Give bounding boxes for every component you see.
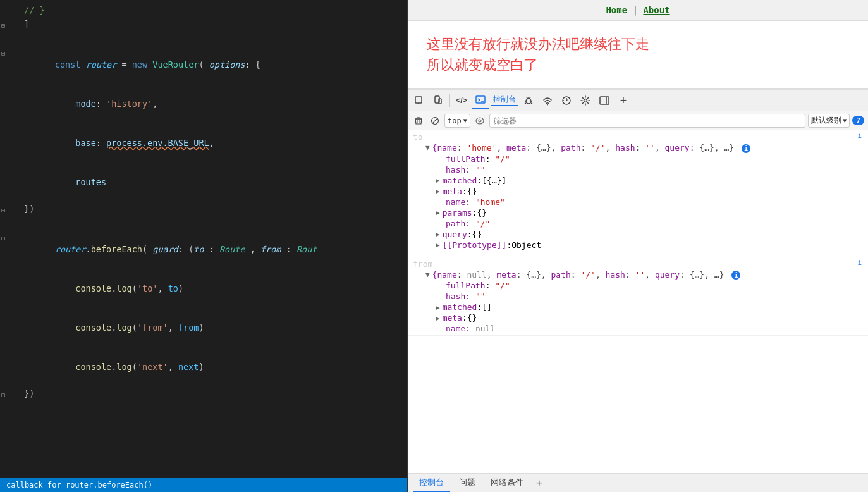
- preview-key5: query: [655, 270, 680, 280]
- line-content: routes: [19, 163, 407, 201]
- eye-btn[interactable]: [473, 114, 487, 128]
- expand-matched-from[interactable]: [436, 303, 440, 312]
- svg-line-16: [531, 103, 532, 104]
- preview-key5: query: [665, 143, 690, 152]
- colon: :: [462, 187, 467, 196]
- console-output: i to {name: 'home', meta: {…}, path: '/'…: [408, 130, 868, 473]
- colon: :: [472, 208, 477, 218]
- preview-key2: meta: [496, 270, 516, 280]
- val-fullpath: "/": [495, 281, 510, 290]
- line-content: }): [19, 202, 407, 215]
- add-tab-btn[interactable]: +: [532, 476, 546, 490]
- console-tab-label[interactable]: 控制台: [491, 94, 518, 106]
- performance-btn[interactable]: [558, 92, 575, 109]
- sources-btn[interactable]: [520, 92, 537, 109]
- svg-point-4: [437, 101, 438, 102]
- svg-rect-0: [415, 97, 422, 103]
- expand-meta-from[interactable]: [436, 314, 440, 323]
- ban-icon: [431, 116, 439, 125]
- code-token: log: [116, 323, 131, 333]
- prop-fullpath: fullPath: "/": [413, 154, 863, 164]
- editor-line: // }: [0, 3, 407, 17]
- colon: :: [486, 154, 496, 164]
- code-token: ): [178, 283, 183, 293]
- expand-proto[interactable]: [436, 240, 440, 249]
- page-content: 这里没有放行就没办法吧继续往下走 所以就变成空白了: [408, 21, 868, 89]
- expand-to[interactable]: [425, 143, 430, 152]
- code-token: (: [132, 283, 137, 293]
- info-icon-to[interactable]: i: [742, 144, 750, 153]
- colon: :: [467, 230, 472, 239]
- key-hash: hash: [446, 292, 465, 301]
- val-fullpath: "/": [495, 154, 510, 164]
- code-token: [55, 138, 76, 148]
- prop-path: path: "/": [413, 218, 863, 229]
- settings-btn[interactable]: [577, 92, 594, 109]
- context-selector[interactable]: top ▼: [444, 114, 470, 128]
- code-token: [55, 362, 76, 372]
- tab-network-conditions[interactable]: 网络条件: [484, 474, 530, 492]
- fold-arrow[interactable]: ⊟: [1, 232, 5, 245]
- code-token: (: [142, 244, 152, 254]
- colon: :: [465, 165, 475, 175]
- preview-key2: meta: [506, 143, 526, 152]
- info-icon-from[interactable]: i: [731, 271, 740, 280]
- fold-arrow[interactable]: ⊟: [1, 204, 5, 217]
- line-content: ]: [19, 18, 407, 30]
- fold-arrow[interactable]: ⊟: [1, 389, 5, 402]
- val-meta: {}: [467, 187, 477, 196]
- inspect-element-btn[interactable]: [410, 92, 428, 109]
- key-fullpath: fullPath: [446, 154, 486, 164]
- ban-btn[interactable]: [428, 114, 442, 128]
- devtools-panel: Home | About 这里没有放行就没办法吧继续往下走 所以就变成空白了 <…: [408, 0, 868, 492]
- svg-point-9: [526, 99, 531, 104]
- object-preview-from: {name: null, meta: {…}, path: '/', hash:…: [432, 270, 741, 280]
- expand-from[interactable]: [425, 270, 430, 279]
- line-ref-to[interactable]: i: [857, 132, 862, 140]
- key-hash: hash: [446, 165, 465, 175]
- about-link[interactable]: About: [643, 5, 669, 15]
- network-btn[interactable]: [539, 92, 556, 109]
- fold-arrow[interactable]: ⊟: [1, 20, 5, 32]
- prop-params: params: {}: [413, 207, 863, 218]
- filter-input[interactable]: [489, 114, 806, 128]
- colon3: :: [571, 270, 581, 280]
- level-selector[interactable]: 默认级别 ▼: [808, 114, 850, 128]
- line-content: console.log('to', to): [19, 269, 407, 307]
- expand-params[interactable]: [436, 208, 440, 217]
- sidebar-btn[interactable]: [596, 92, 613, 109]
- tab-console[interactable]: 控制台: [413, 474, 450, 492]
- preview-query: {…}: [699, 143, 714, 152]
- fold-arrow[interactable]: ⊟: [1, 47, 5, 60]
- key-matched: matched: [443, 302, 477, 312]
- elements-btn[interactable]: </>: [453, 92, 470, 109]
- val-name-null: null: [475, 324, 495, 333]
- code-token: : (: [178, 244, 193, 254]
- preview-key3: path: [551, 270, 571, 280]
- prop-name: name: "home": [413, 197, 863, 207]
- home-link[interactable]: Home: [606, 5, 627, 15]
- code-token: to: [168, 283, 178, 293]
- preview-hash: '': [635, 270, 645, 280]
- more-tools-btn[interactable]: +: [614, 92, 632, 109]
- expand-matched[interactable]: [436, 176, 440, 185]
- tab-issues[interactable]: 问题: [453, 474, 482, 492]
- expand-query[interactable]: [436, 230, 440, 238]
- status-bar: callback for router.beforeEach(): [0, 478, 407, 492]
- code-token: :: [96, 138, 106, 148]
- comma2: ,: [541, 270, 551, 280]
- val-matched: [{…}]: [482, 176, 506, 185]
- editor-line: console.log('to', to): [0, 269, 407, 308]
- sidebar-icon: [599, 95, 609, 106]
- clear-console-btn[interactable]: [412, 114, 425, 128]
- line-ref-from[interactable]: i: [857, 259, 862, 267]
- preview-key4: hash: [615, 143, 635, 152]
- expand-meta[interactable]: [436, 187, 440, 195]
- code-token: router: [55, 244, 86, 254]
- devtools-toolbar: </> 控制台: [408, 89, 868, 111]
- svg-rect-23: [600, 97, 609, 104]
- preview-key4: hash: [606, 270, 625, 280]
- device-toggle-btn[interactable]: [429, 92, 447, 109]
- code-token: mode: [75, 99, 96, 109]
- console-btn[interactable]: [472, 92, 489, 109]
